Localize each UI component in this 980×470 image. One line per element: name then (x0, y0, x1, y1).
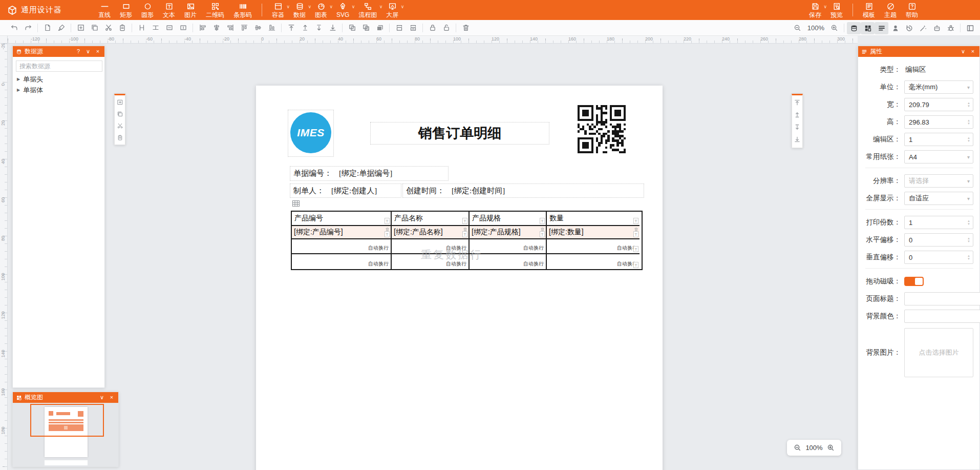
property-select[interactable]: 毫米(mm)▾ (904, 80, 973, 94)
tree-item-单据体[interactable]: ▶单据体 (13, 85, 104, 95)
bring-to-front-icon[interactable] (794, 99, 801, 106)
table-autowrap-cell[interactable]: 自动换行 (292, 239, 392, 254)
align-right-button[interactable] (223, 22, 237, 34)
toolbar-tool-svg-tool[interactable]: SVG∨ (332, 0, 354, 20)
drag-snap-toggle[interactable] (904, 277, 924, 286)
duplicate-button[interactable] (88, 22, 101, 34)
align-bottom-button[interactable] (265, 22, 279, 34)
overview-viewport[interactable] (30, 404, 104, 437)
chevron-right-icon[interactable]: ▶ (17, 77, 20, 81)
history-toggle[interactable] (902, 22, 916, 34)
property-number-input[interactable]: 1▲▼ (904, 216, 973, 229)
stepper-arrows[interactable]: ▲▼ (967, 136, 970, 142)
table-binding-cell[interactable]: [绑定:产品名称]T (392, 226, 470, 239)
close-icon[interactable]: × (108, 395, 115, 400)
property-select[interactable]: 自适应▾ (904, 192, 973, 205)
zoom-in-icon[interactable] (827, 22, 841, 34)
paste-button[interactable] (115, 22, 129, 34)
outline-panel-toggle[interactable] (875, 22, 888, 34)
send-to-back-button[interactable] (326, 22, 339, 34)
qr-code[interactable] (578, 105, 626, 153)
stepper-arrows[interactable]: ▲▼ (967, 237, 970, 243)
text-handle-badge[interactable]: T (633, 246, 638, 252)
text-handle-badge[interactable]: T (462, 231, 467, 237)
property-text-input[interactable] (904, 292, 980, 305)
toolbar-tool-circle-tool[interactable]: 圆形 (137, 0, 158, 20)
table-binding-cell[interactable]: [绑定:产品规格]T (470, 226, 547, 239)
table-autowrap-cell[interactable]: 自动换行 (392, 239, 470, 254)
close-icon[interactable]: × (94, 49, 101, 54)
property-number-input[interactable]: 1▲▼ (904, 133, 973, 146)
zoom-out-icon[interactable] (794, 444, 801, 452)
duplicate-icon[interactable] (117, 111, 123, 117)
table-binding-cell[interactable]: [绑定:产品编号]T (292, 226, 392, 239)
text-handle-badge[interactable]: T (462, 218, 467, 224)
toolbar-tool-image-tool[interactable]: 图片 (180, 0, 201, 20)
toolbar-tool-data-tool[interactable]: 数据∨ (289, 0, 310, 20)
property-number-input[interactable]: 0▲▼ (904, 251, 973, 264)
align-left-button[interactable] (196, 22, 209, 34)
text-handle-badge[interactable]: T (540, 231, 545, 237)
toolbar-tool-chart-tool[interactable]: 图表∨ (310, 0, 332, 20)
table-autowrap-cell[interactable]: 自动换行T (547, 239, 640, 254)
move-up-icon[interactable] (794, 111, 801, 118)
tree-item-单据头[interactable]: ▶单据头 (13, 74, 104, 85)
undo-button[interactable] (7, 22, 21, 34)
toolbar-tool-container-tool[interactable]: 容器∨ (267, 0, 289, 20)
ai-beautify-toggle[interactable] (916, 22, 930, 34)
toolbar-tool-help-button[interactable]: 帮助 (901, 0, 923, 20)
move-down-button[interactable] (312, 22, 326, 34)
help-icon[interactable]: ? (75, 49, 82, 54)
add-element-button[interactable] (74, 22, 88, 34)
format-brush-button[interactable] (54, 22, 68, 34)
stepper-arrows[interactable]: ▲▼ (967, 254, 970, 260)
creator-field[interactable]: 制单人： [绑定:创建人] (290, 183, 401, 198)
chevron-right-icon[interactable]: ▶ (17, 88, 20, 92)
toolbar-tool-barcode-tool[interactable]: 条形码 (229, 0, 257, 20)
toolbar-tool-preview-button[interactable]: 预览 (826, 0, 847, 20)
chevron-down-icon[interactable]: ∨ (401, 4, 404, 9)
doc-no-field[interactable]: 单据编号： [绑定:单据编号] (290, 166, 449, 181)
collapse-icon[interactable]: ∨ (98, 395, 105, 400)
table-header-cell[interactable]: 数量T (547, 212, 640, 226)
table-autowrap-cell[interactable]: 自动换行 (470, 239, 547, 254)
table-handle-icon[interactable] (292, 199, 300, 208)
user-toggle[interactable] (888, 22, 902, 34)
robot-toggle[interactable] (930, 22, 944, 34)
table-autowrap-cell[interactable]: 自动换行T (547, 254, 640, 269)
stepper-arrows[interactable]: ▲▼ (967, 219, 970, 226)
property-select[interactable]: 请选择▾ (904, 174, 973, 188)
logo-image[interactable]: IMES (288, 110, 334, 157)
collapse-icon[interactable]: ∨ (84, 49, 92, 54)
property-select[interactable]: A4▾ (904, 150, 973, 164)
property-number-input[interactable]: 0▲▼ (904, 233, 973, 247)
table-binding-cell[interactable]: [绑定:数量]T (547, 226, 640, 239)
match-size-v-button[interactable] (176, 22, 190, 34)
text-handle-badge[interactable]: T (633, 231, 638, 237)
delete-button[interactable] (459, 22, 473, 34)
close-icon[interactable]: × (969, 49, 976, 54)
layout-panel-toggle[interactable] (963, 22, 977, 34)
redo-button[interactable] (21, 22, 35, 34)
add-element-icon[interactable] (117, 99, 123, 106)
combine-button[interactable] (359, 22, 373, 34)
bring-to-front-button[interactable] (284, 22, 298, 34)
datasource-panel-toggle[interactable] (847, 22, 861, 34)
match-width-button[interactable] (135, 22, 148, 34)
stepper-arrows[interactable]: ▲▼ (967, 101, 970, 108)
background-image-picker[interactable]: 点击选择图片 (904, 328, 973, 377)
text-handle-badge[interactable]: T (540, 218, 545, 224)
text-handle-badge[interactable]: T (385, 218, 390, 224)
match-size-h-button[interactable] (162, 22, 176, 34)
text-handle-badge[interactable]: T (633, 262, 638, 268)
move-down-icon[interactable] (794, 124, 801, 131)
paste-icon[interactable] (117, 134, 123, 141)
lock-button[interactable] (425, 22, 439, 34)
property-number-input[interactable]: 296.83▲▼ (904, 115, 973, 129)
align-top-button[interactable] (237, 22, 251, 34)
cut-icon[interactable] (117, 122, 123, 129)
table-header-cell[interactable]: 产品规格T (470, 212, 547, 226)
toolbar-tool-save-button[interactable]: 保存∨ (804, 0, 826, 20)
collapse-icon[interactable]: ∨ (960, 49, 967, 54)
toolbar-tool-flowchart-tool[interactable]: 流程图∨ (354, 0, 381, 20)
